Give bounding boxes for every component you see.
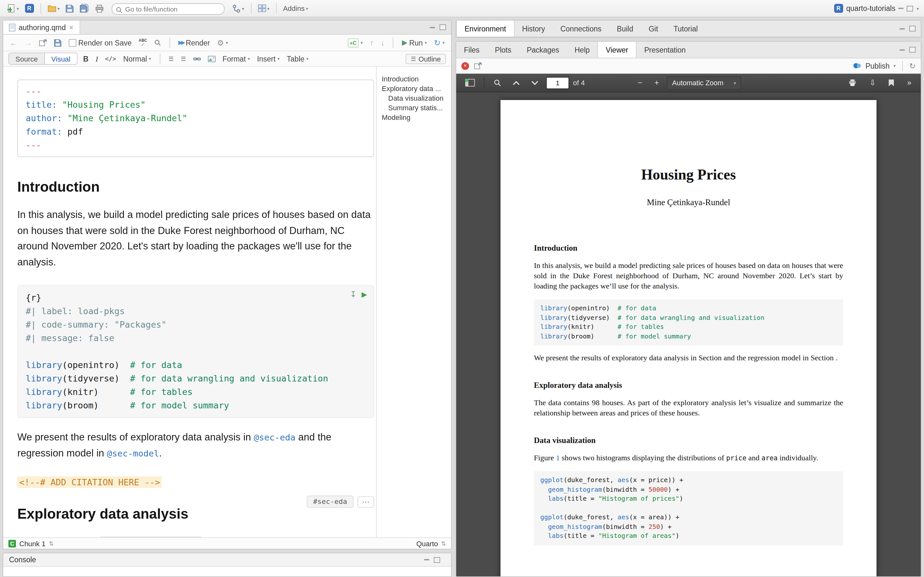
- rerun-button[interactable]: ↻ ▾: [433, 36, 446, 49]
- pdf-bookmark-button[interactable]: [885, 76, 898, 89]
- tab-help[interactable]: Help: [567, 42, 598, 58]
- workspace-panes-button[interactable]: ▾: [256, 2, 271, 15]
- outline-item-modeling[interactable]: Modeling: [382, 113, 449, 122]
- pdf-more-tools-button[interactable]: »: [903, 76, 916, 89]
- zoom-in-button[interactable]: +: [650, 76, 663, 89]
- toolbar-separator: [40, 3, 41, 13]
- tab-authoring-qmd[interactable]: authoring.qmd ×: [3, 21, 80, 34]
- source-pane: authoring.qmd × ← →: [3, 20, 452, 550]
- chunk-selector[interactable]: Chunk 1: [19, 540, 45, 547]
- go-previous-section-button[interactable]: ↑: [368, 36, 375, 49]
- outline-item-eda[interactable]: Exploratory data ...: [382, 84, 449, 93]
- go-next-section-button[interactable]: ↓: [380, 36, 386, 49]
- maximize-pane-icon[interactable]: [434, 557, 440, 562]
- tab-tutorial[interactable]: Tutorial: [666, 21, 706, 37]
- zoom-level-select[interactable]: Automatic Zoom ▾: [667, 76, 741, 89]
- new-project-button[interactable]: R: [23, 2, 36, 15]
- outline-item-introduction[interactable]: Introduction: [382, 74, 449, 84]
- version-control-button[interactable]: ▾: [230, 2, 246, 15]
- html-comment-citation[interactable]: <!--# ADD CITATION HERE -->: [17, 476, 162, 488]
- pdf-page-input[interactable]: [546, 77, 569, 89]
- tab-git[interactable]: Git: [641, 21, 666, 37]
- pdf-previous-page-button[interactable]: [509, 76, 523, 89]
- publish-button[interactable]: Publish: [865, 62, 889, 69]
- run-button[interactable]: ▶ Run ▾: [401, 36, 428, 49]
- tab-plots[interactable]: Plots: [487, 42, 519, 58]
- run-chunk-icon[interactable]: ▶: [362, 290, 367, 298]
- numbered-list-button[interactable]: ☰: [179, 52, 187, 65]
- pdf-print-button[interactable]: [845, 76, 861, 89]
- code-format-button[interactable]: </>: [104, 52, 118, 65]
- table-menu[interactable]: Table ▾: [286, 52, 310, 65]
- minimize-pane-icon[interactable]: [430, 27, 435, 28]
- tab-viewer[interactable]: Viewer: [598, 42, 636, 58]
- print-button[interactable]: [93, 2, 106, 15]
- document-mode-selector[interactable]: Quarto: [417, 540, 438, 547]
- addins-menu[interactable]: Addins ▾: [281, 2, 310, 15]
- pdf-sidebar-toggle[interactable]: [461, 76, 479, 89]
- code-line: labs(title = "Histogram of areas"): [540, 532, 837, 541]
- forward-button[interactable]: →: [23, 36, 33, 49]
- goto-file-input[interactable]: [111, 3, 225, 15]
- tab-presentation[interactable]: Presentation: [636, 42, 693, 58]
- refresh-viewer-icon[interactable]: ↻: [909, 61, 916, 70]
- close-tab-icon[interactable]: ×: [69, 23, 73, 32]
- section-menu-button[interactable]: ⋯: [357, 496, 374, 508]
- back-button[interactable]: ←: [8, 36, 19, 49]
- minimize-pane-icon[interactable]: [424, 559, 429, 560]
- maximize-pane-icon[interactable]: [909, 47, 916, 53]
- save-all-button[interactable]: [78, 2, 91, 15]
- tab-packages[interactable]: Packages: [519, 42, 567, 58]
- yaml-metadata-block[interactable]: --- title: "Housing Prices" author: "Min…: [17, 79, 374, 157]
- paragraph-style-dropdown[interactable]: Normal ▾: [122, 52, 152, 65]
- viewer-popout-button[interactable]: [474, 60, 482, 71]
- bold-button[interactable]: B: [82, 52, 90, 65]
- maximize-pane-icon[interactable]: [439, 24, 446, 30]
- format-menu[interactable]: Format ▾: [221, 52, 251, 65]
- visual-mode-button[interactable]: Visual: [44, 53, 77, 64]
- maximize-pane-icon[interactable]: [909, 26, 916, 31]
- project-menu[interactable]: R quarto-tutorials ▾: [834, 4, 919, 13]
- bullet-list-button[interactable]: ☰: [167, 52, 175, 65]
- tab-connections[interactable]: Connections: [553, 21, 609, 37]
- save-all-icon: [79, 4, 89, 13]
- outline-toggle-button[interactable]: ☰ Outline: [405, 53, 446, 64]
- tab-history[interactable]: History: [514, 21, 553, 37]
- run-all-above-icon[interactable]: ↧: [350, 290, 357, 299]
- tab-environment[interactable]: Environment: [456, 21, 514, 37]
- checkbox-icon[interactable]: [69, 39, 76, 47]
- open-file-button[interactable]: ▾: [45, 2, 61, 15]
- outline-item-summary-statistics[interactable]: Summary statis...: [382, 103, 449, 113]
- pdf-next-page-button[interactable]: [527, 76, 542, 89]
- outline-item-data-visualization[interactable]: Data visualization: [382, 93, 449, 103]
- link-button[interactable]: [192, 52, 202, 65]
- render-button[interactable]: ▶▶ Render: [177, 36, 211, 49]
- source-mode-button[interactable]: Source: [9, 53, 44, 64]
- open-in-new-window-button[interactable]: [38, 36, 48, 49]
- zoom-out-button[interactable]: −: [634, 76, 646, 89]
- stop-viewer-icon[interactable]: ×: [461, 62, 469, 69]
- tab-build[interactable]: Build: [609, 21, 641, 37]
- pdf-download-button[interactable]: ⇩: [866, 76, 880, 89]
- minimize-pane-icon[interactable]: [900, 49, 905, 50]
- pdf-search-button[interactable]: [489, 76, 505, 89]
- image-button[interactable]: [206, 52, 216, 65]
- render-options-button[interactable]: ⚙ ▾: [216, 36, 229, 49]
- tab-files[interactable]: Files: [456, 42, 487, 58]
- save-button[interactable]: [63, 2, 76, 15]
- code-chunk-load-pkgs[interactable]: ↧ ▶ {r} #| label: load-pkgs #| code-summ…: [17, 285, 374, 418]
- new-file-button[interactable]: ▾: [5, 2, 21, 15]
- console-body[interactable]: [3, 567, 451, 576]
- pdf-viewer-area[interactable]: Housing Prices Mine Çetinkaya-Rundel Int…: [456, 92, 921, 576]
- pdf-paragraph: In this analysis, we build a model predi…: [534, 260, 843, 291]
- render-on-save-toggle[interactable]: Render on Save: [67, 36, 133, 49]
- minimize-pane-icon[interactable]: [900, 28, 905, 29]
- insert-chunk-button[interactable]: +C ▾: [346, 36, 364, 49]
- italic-button[interactable]: I: [94, 52, 99, 65]
- save-document-button[interactable]: [53, 36, 63, 49]
- document-editor[interactable]: --- title: "Housing Prices" author: "Min…: [3, 67, 376, 537]
- insert-menu[interactable]: Insert ▾: [256, 52, 281, 65]
- code-line: {r}: [26, 291, 366, 305]
- spellcheck-button[interactable]: ABC✓: [137, 36, 148, 49]
- find-replace-button[interactable]: [153, 36, 162, 49]
